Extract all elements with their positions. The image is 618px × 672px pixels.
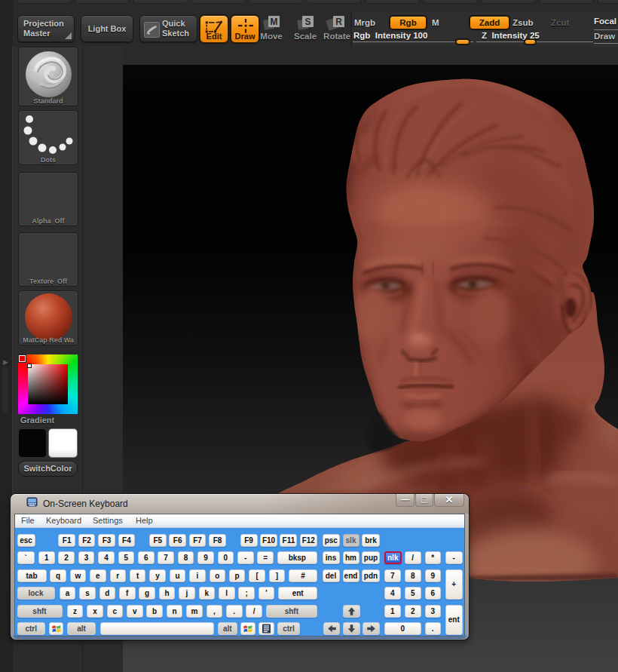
svg-text:M: M (271, 17, 278, 27)
svg-text:R: R (335, 17, 342, 27)
svg-text:S: S (304, 17, 311, 27)
